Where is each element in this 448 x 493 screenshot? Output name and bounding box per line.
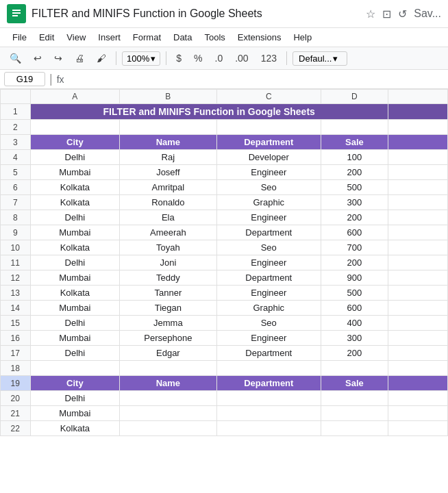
table-cell[interactable]: Name [120, 376, 216, 391]
col-header-e[interactable] [388, 90, 447, 104]
row-header[interactable]: 6 [1, 180, 31, 195]
table-cell[interactable]: Mumbai [30, 225, 120, 240]
menu-extensions[interactable]: Extensions [232, 29, 287, 45]
row-header[interactable]: 2 [1, 120, 31, 135]
col-header-c[interactable]: C [216, 90, 321, 104]
row-header[interactable]: 21 [1, 406, 31, 421]
table-cell[interactable] [321, 406, 388, 421]
spreadsheet-title-cell[interactable]: FILTER and MINIFS Function in Google She… [30, 104, 388, 120]
table-cell[interactable]: Kolkata [30, 240, 120, 255]
table-cell[interactable]: Tanner [120, 286, 216, 301]
table-cell[interactable]: 400 [321, 316, 388, 331]
table-cell[interactable]: Amritpal [120, 180, 216, 195]
table-cell[interactable]: Delhi [30, 346, 120, 361]
table-cell[interactable] [120, 120, 216, 135]
table-cell[interactable]: Department [216, 346, 321, 361]
row-header[interactable]: 7 [1, 195, 31, 210]
dec-decimals-btn[interactable]: .0 [211, 50, 227, 66]
menu-edit[interactable]: Edit [34, 29, 60, 45]
search-btn[interactable]: 🔍 [5, 50, 25, 66]
table-cell[interactable]: 100 [321, 150, 388, 165]
table-cell[interactable] [321, 120, 388, 135]
row-header[interactable]: 18 [1, 361, 31, 376]
table-cell[interactable]: Department [216, 376, 321, 391]
table-cell[interactable]: Kolkata [30, 180, 120, 195]
row-header[interactable]: 1 [1, 104, 31, 120]
row-header[interactable]: 19 [1, 376, 31, 391]
table-cell[interactable]: Joseff [120, 165, 216, 180]
table-cell[interactable] [120, 406, 216, 421]
table-cell[interactable]: Raj [120, 150, 216, 165]
table-cell[interactable]: Kolkata [30, 421, 120, 436]
table-cell[interactable]: Engineer [216, 331, 321, 346]
col-header-d[interactable]: D [321, 90, 388, 104]
row-header[interactable]: 12 [1, 270, 31, 286]
inc-decimals-btn[interactable]: .00 [231, 50, 252, 66]
menu-data[interactable]: Data [168, 29, 197, 45]
menu-insert[interactable]: Insert [92, 29, 126, 45]
row-header[interactable]: 3 [1, 135, 31, 150]
table-cell[interactable]: 300 [321, 331, 388, 346]
table-cell[interactable]: Jemma [120, 316, 216, 331]
table-cell[interactable]: Mumbai [30, 165, 120, 180]
table-cell[interactable]: Engineer [216, 286, 321, 301]
row-header[interactable]: 5 [1, 165, 31, 180]
table-cell[interactable]: Name [120, 135, 216, 150]
table-cell[interactable] [321, 361, 388, 376]
table-cell[interactable] [321, 421, 388, 436]
table-cell[interactable]: Mumbai [30, 331, 120, 346]
print-btn[interactable]: 🖨 [71, 50, 88, 66]
table-cell[interactable] [30, 120, 120, 135]
row-header[interactable]: 10 [1, 240, 31, 255]
row-header[interactable]: 17 [1, 346, 31, 361]
table-cell[interactable]: Delhi [30, 210, 120, 225]
undo-btn[interactable]: ↩ [29, 50, 46, 66]
table-cell[interactable]: 900 [321, 270, 388, 286]
table-cell[interactable]: Ronaldo [120, 195, 216, 210]
col-header-a[interactable]: A [30, 90, 120, 104]
table-cell[interactable]: Toyah [120, 240, 216, 255]
table-cell[interactable]: 200 [321, 165, 388, 180]
table-cell[interactable]: 600 [321, 301, 388, 316]
table-cell[interactable]: Seo [216, 240, 321, 255]
share-icon[interactable]: ⊡ [382, 8, 391, 21]
paint-format-btn[interactable]: 🖌 [92, 50, 110, 66]
table-cell[interactable]: Department [216, 135, 321, 150]
table-cell[interactable]: Department [216, 225, 321, 240]
row-header[interactable]: 9 [1, 225, 31, 240]
number-format-btn[interactable]: 123 [257, 50, 281, 66]
table-cell[interactable]: 300 [321, 195, 388, 210]
table-cell[interactable]: Ela [120, 210, 216, 225]
cell-reference-input[interactable] [4, 72, 45, 86]
table-cell[interactable]: Mumbai [30, 406, 120, 421]
table-cell[interactable]: Mumbai [30, 301, 120, 316]
table-cell[interactable]: Delhi [30, 316, 120, 331]
menu-file[interactable]: File [7, 29, 32, 45]
row-header[interactable]: 14 [1, 301, 31, 316]
percent-btn[interactable]: % [190, 50, 206, 66]
row-header[interactable]: 22 [1, 421, 31, 436]
table-cell[interactable]: Developer [216, 150, 321, 165]
table-cell[interactable] [120, 361, 216, 376]
menu-tools[interactable]: Tools [199, 29, 230, 45]
table-cell[interactable]: Engineer [216, 210, 321, 225]
table-cell[interactable]: Sale [321, 376, 388, 391]
table-cell[interactable]: Kolkata [30, 195, 120, 210]
star-icon[interactable]: ☆ [366, 8, 375, 21]
table-cell[interactable]: Teddy [120, 270, 216, 286]
currency-btn[interactable]: $ [172, 50, 186, 66]
table-cell[interactable]: Kolkata [30, 286, 120, 301]
table-cell[interactable]: Tiegan [120, 301, 216, 316]
table-cell[interactable]: Seo [216, 180, 321, 195]
table-cell[interactable] [321, 391, 388, 406]
table-cell[interactable]: Delhi [30, 255, 120, 270]
table-cell[interactable] [216, 421, 321, 436]
table-cell[interactable]: 500 [321, 180, 388, 195]
table-cell[interactable] [216, 406, 321, 421]
table-cell[interactable] [120, 391, 216, 406]
table-cell[interactable]: 600 [321, 225, 388, 240]
table-cell[interactable] [216, 120, 321, 135]
table-cell[interactable]: Seo [216, 316, 321, 331]
table-cell[interactable] [30, 361, 120, 376]
row-header[interactable]: 11 [1, 255, 31, 270]
